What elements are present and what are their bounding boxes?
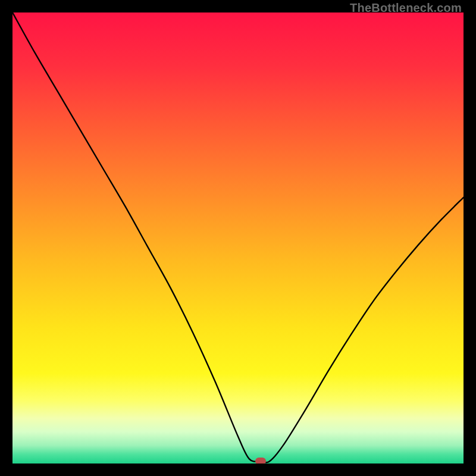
bottleneck-curve — [12, 12, 464, 462]
chart-frame: TheBottleneck.com — [0, 0, 476, 476]
minimum-marker — [255, 458, 266, 464]
plot-area — [12, 12, 464, 464]
watermark-text: TheBottleneck.com — [350, 1, 462, 15]
curve-layer — [12, 12, 464, 464]
